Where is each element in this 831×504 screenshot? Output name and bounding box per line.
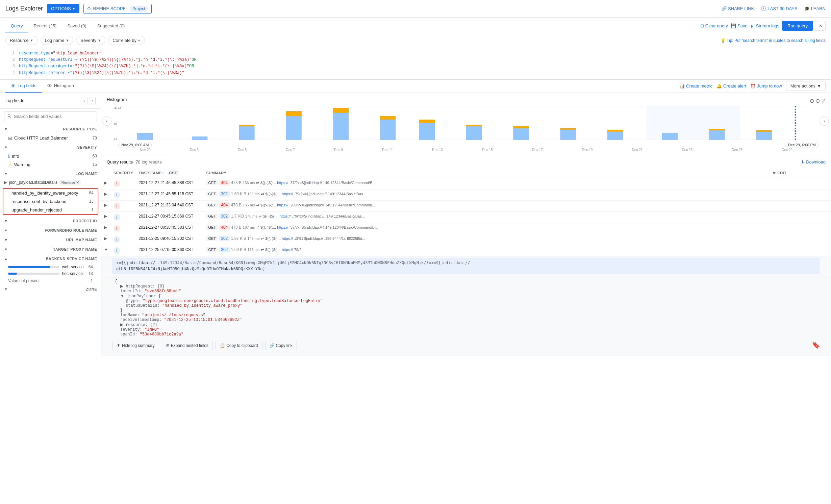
histogram-controls: Histogram ⊕ ⊖ ⤢ xyxy=(107,97,826,105)
jsonpayload-expand-button[interactable]: ▼ xyxy=(120,294,124,298)
hec-service-row[interactable]: hec-service 13 xyxy=(0,270,101,277)
search-fields-input[interactable] xyxy=(4,111,97,121)
app-title: Logs Explorer xyxy=(5,5,43,12)
timezone-badge[interactable]: CST xyxy=(168,171,179,175)
tab-query[interactable]: Query xyxy=(5,20,28,32)
collapse-right-button[interactable]: › xyxy=(89,97,96,104)
severity-warning[interactable]: ⚠ Warning 15 xyxy=(0,160,101,169)
expand-row-7-button[interactable]: ▼ xyxy=(104,247,108,252)
table-row: ▶ i 2021-12-27 21:45:55.115 CST GET 302 … xyxy=(101,189,831,200)
th-edit[interactable]: ✏ EDIT xyxy=(770,168,831,178)
backend-collapse-icon: ▲ xyxy=(4,257,8,261)
urldest-5: ):149:12344/Basic/Command/B... xyxy=(323,225,378,229)
severity-info[interactable]: ℹ Info 63 xyxy=(0,152,101,160)
copy-link-button[interactable]: 🔗 Copy link xyxy=(265,341,297,350)
expand-row-2-button[interactable]: ▶ xyxy=(104,192,107,196)
share-link-button[interactable]: 🔗 SHARE LINK xyxy=(721,6,754,11)
tab-saved[interactable]: Saved (0) xyxy=(62,20,92,32)
severity-section[interactable]: ▼ SEVERITY xyxy=(0,143,101,152)
httprequest-expand-button[interactable]: ▶ xyxy=(120,284,123,288)
histogram-prev-button[interactable]: ‹ xyxy=(102,116,111,126)
histogram-label: Histogram xyxy=(54,83,74,88)
last-days-button[interactable]: 🕐 LAST 30 DAYS xyxy=(761,6,797,11)
urlpath-7: 79/? xyxy=(294,248,301,252)
th-timestamp[interactable]: TIMESTAMP ↓ CST xyxy=(136,168,203,178)
jump-icon: ⏰ xyxy=(750,83,756,89)
log-item-1[interactable]: handled_by_identity_aware_proxy 64 xyxy=(3,189,98,197)
histogram-next-button[interactable]: › xyxy=(820,116,829,126)
expand-histogram-button[interactable]: ⤢ xyxy=(821,98,826,104)
ts-3: 2021-12-27 21:33:04.640 CST xyxy=(138,203,193,207)
resource-filter[interactable]: Resource ▼ xyxy=(5,36,38,45)
svg-rect-29 xyxy=(709,129,725,130)
close-panel-button[interactable]: ✕ xyxy=(816,21,826,31)
copy-clipboard-button[interactable]: 📋 Copy to clipboard xyxy=(216,341,262,350)
zoom-out-button[interactable]: ⊖ xyxy=(815,98,820,104)
stream-logs-button[interactable]: ⏵ Stream logs xyxy=(750,23,779,28)
project-id-section[interactable]: ▼ PROJECT ID xyxy=(0,216,101,226)
expand-nested-button[interactable]: ⊞ Expand nested fields xyxy=(162,341,213,350)
bookmark-button[interactable]: 🔖 xyxy=(812,341,820,350)
learn-button[interactable]: 🎓 LEARN xyxy=(804,6,826,11)
svg-rect-27 xyxy=(662,133,678,140)
forwarding-rule-section[interactable]: ▼ FORWARDING RULE NAME xyxy=(0,226,101,235)
icon-1: ⇌ xyxy=(256,180,259,185)
collapse-left-button[interactable]: ‹ xyxy=(81,97,87,104)
web-service-row[interactable]: web-service 64 xyxy=(0,263,101,270)
resource-expand-button[interactable]: ▶ xyxy=(120,322,123,327)
expand-row-3-button[interactable]: ▶ xyxy=(104,203,107,207)
resource-type-section[interactable]: ▼ RESOURCE TYPE xyxy=(0,124,101,134)
clear-query-button[interactable]: ⊡ Clear query xyxy=(700,23,728,28)
log-item-2[interactable]: response_sent_by_backend 13 xyxy=(3,197,98,206)
backend-service-section[interactable]: ▲ BACKEND SERVICE NAME xyxy=(0,254,101,263)
hide-summary-button[interactable]: 👁 Hide log summary xyxy=(112,341,159,350)
tab-suggested[interactable]: Suggested (0) xyxy=(92,20,130,32)
status-2: 302 xyxy=(219,191,230,197)
th-severity[interactable]: SEVERITY xyxy=(111,168,136,178)
tab-recent[interactable]: Recent (25) xyxy=(28,20,62,32)
size-5: 478 B xyxy=(231,225,242,230)
add-correlate-icon[interactable]: + xyxy=(138,38,141,43)
target-proxy-section[interactable]: ▼ TARGET PROXY NAME xyxy=(0,245,101,254)
create-alert-button[interactable]: 🔔 Create alert xyxy=(716,83,746,89)
log-name-filter[interactable]: Log name ▼ xyxy=(41,36,74,45)
icon-7: ⇌ xyxy=(261,247,264,252)
size-4: 1.7 KiB xyxy=(231,214,244,219)
table-row: ▶ i 2021-12-25 09:46:15.202 CST GET 302 … xyxy=(101,234,831,245)
tab-histogram[interactable]: 👁 Histogram xyxy=(42,80,79,93)
expand-row-6-button[interactable]: ▶ xyxy=(104,236,107,241)
clock-icon: 🕐 xyxy=(761,6,766,11)
jump-to-now-button[interactable]: ⏰ Jump to now xyxy=(750,83,782,89)
log-name-caret-icon: ▼ xyxy=(66,39,69,42)
severity-filter[interactable]: Severity ▼ xyxy=(76,36,105,45)
expand-row-5-button[interactable]: ▶ xyxy=(104,225,107,230)
svg-rect-22 xyxy=(560,130,576,140)
expand-row-4-button[interactable]: ▶ xyxy=(104,214,107,219)
save-button[interactable]: 💾 Save xyxy=(731,23,748,28)
query-editor[interactable]: 1 resource.type="http_load_balancer" 2 h… xyxy=(5,48,826,79)
size-7: 1.69 KiB xyxy=(231,247,246,252)
zone-section[interactable]: ▼ ZONE xyxy=(0,284,101,294)
more-actions-button[interactable]: More actions ▼ xyxy=(786,81,826,91)
expand-row-1-button[interactable]: ▶ xyxy=(104,180,107,185)
severity-caret-icon: ▼ xyxy=(98,39,101,42)
log-name-section[interactable]: ▼ LOG NAME xyxy=(0,169,101,178)
web-service-progress-fill xyxy=(8,266,50,268)
correlate-filter[interactable]: Correlate by + xyxy=(108,36,145,45)
url-map-section[interactable]: ▼ URL MAP NAME xyxy=(0,235,101,245)
status-5: 404 xyxy=(219,225,230,230)
tab-log-fields[interactable]: 👁 Log fields xyxy=(5,80,42,93)
run-query-button[interactable]: Run query xyxy=(782,21,813,31)
download-button[interactable]: ⬇ Download xyxy=(801,159,826,165)
info-count: 63 xyxy=(93,154,97,158)
remove-filter-button[interactable]: Remove ✕ xyxy=(59,180,81,185)
zoom-in-button[interactable]: ⊕ xyxy=(810,98,814,104)
summary-7: ${(:-)$(:... xyxy=(265,248,281,252)
resource-cloud-lb[interactable]: ⊞ Cloud HTTP Load Balancer 78 xyxy=(0,134,101,143)
sev-badge-5: ! xyxy=(114,225,120,232)
ts-5: 2021-12-27 00:38:45.583 CST xyxy=(138,225,193,230)
create-metric-button[interactable]: 📊 Create metric xyxy=(679,83,712,89)
options-button[interactable]: OPTIONS ▼ xyxy=(47,4,79,13)
refine-scope-button[interactable]: ⊙ REFINE SCOPE Project xyxy=(83,4,151,14)
log-item-3[interactable]: upgrade_header_rejected 1 xyxy=(3,206,98,214)
